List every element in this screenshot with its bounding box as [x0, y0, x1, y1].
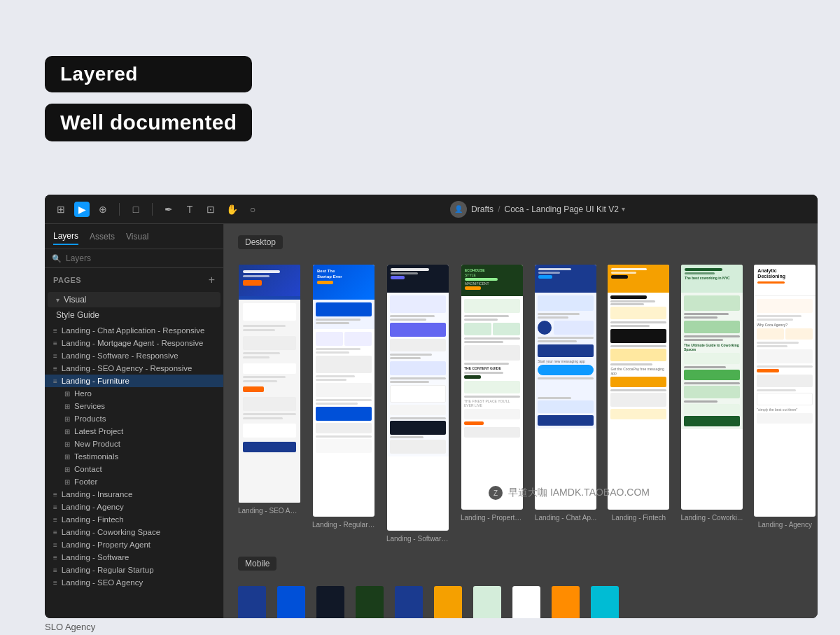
layer-icon: ≡ — [53, 377, 57, 385]
layer-icon: ≡ — [53, 503, 57, 511]
frame-property[interactable]: ECOHOUSE STYLE MAGNIFICENT — [461, 265, 524, 522]
toolbar-breadcrumb: 👤 Drafts / Coca - Landing Page UI Kit V2… — [450, 201, 625, 218]
frame-label: Landing - Fintech — [612, 514, 666, 522]
layer-label: Landing - Software — [62, 553, 130, 561]
watermark: Z 早道大咖 IAMDK.TAOBAO.COM — [489, 486, 650, 500]
layer-seo-agency-responsive[interactable]: ≡ Landing - SEO Agency - Responsive — [45, 362, 223, 375]
layer-label: Products — [74, 414, 106, 423]
tab-visual[interactable]: Visual — [126, 229, 148, 244]
tab-layers[interactable]: Layers — [53, 228, 78, 245]
layer-label: Landing - SEO Agency - Responsive — [62, 364, 192, 372]
layer-icon: ≡ — [53, 516, 57, 524]
page-item-visual[interactable]: ▾ Visual — [48, 292, 220, 307]
layer-latest-project[interactable]: ⊞ Latest Project — [45, 425, 223, 438]
pages-label: Pages — [53, 276, 81, 284]
frame-chat[interactable]: Start your new messaging app Landing - C… — [535, 265, 596, 522]
layer-icon: ≡ — [53, 491, 57, 498]
layered-badge: Layered — [45, 56, 252, 92]
user-avatar[interactable]: 👤 — [450, 201, 467, 218]
layer-label: Footer — [74, 477, 97, 486]
frame-software[interactable]: Landing - Software ... — [386, 265, 449, 543]
toolbar-divider-1 — [119, 203, 120, 216]
search-input[interactable] — [66, 253, 216, 263]
layer-icon: ≡ — [53, 554, 57, 561]
layer-contact[interactable]: ⊞ Contact — [45, 463, 223, 475]
editor-window: ⊞ ▶ ⊕ □ ✒ T ⊡ ✋ ○ 👤 Drafts / Coca - Land… — [45, 195, 818, 618]
layer-products[interactable]: ⊞ Products — [45, 412, 223, 425]
layer-testimonials[interactable]: ⊞ Testimonials — [45, 450, 223, 463]
layer-icon: ≡ — [53, 365, 57, 372]
layer-hero[interactable]: ⊞ Hero — [45, 387, 223, 400]
frame-tool-icon[interactable]: ⊞ — [53, 202, 69, 217]
frame-label: Landing - Property ... — [461, 514, 524, 522]
layer-icon: ≡ — [53, 541, 57, 549]
tab-assets[interactable]: Assets — [90, 229, 115, 244]
pen-tool-icon[interactable]: ✒ — [161, 202, 176, 217]
layer-icon: ⊞ — [64, 390, 70, 398]
layer-furniture[interactable]: ≡ Landing - Furniture — [45, 375, 223, 387]
layer-label: Testimonials — [74, 452, 118, 461]
canvas-area[interactable]: Desktop — [224, 224, 818, 618]
frame-coworking[interactable]: The best coworking in NYC The Ultimate G… — [680, 265, 743, 522]
pages-header: Pages + — [45, 268, 223, 292]
panel-tabs: Layers Assets Visual — [45, 224, 223, 249]
layer-fintech[interactable]: ≡ Landing - Fintech — [45, 513, 223, 526]
layer-seo-agency[interactable]: ≡ Landing - SEO Agency — [45, 576, 223, 589]
frame-agency[interactable]: AnalyticDecisioning Why Coca Agency? — [754, 265, 816, 529]
layer-icon: ⊞ — [64, 466, 70, 473]
layer-chat-application[interactable]: ≡ Landing - Chat Application - Responsiv… — [45, 324, 223, 337]
layer-services[interactable]: ⊞ Services — [45, 400, 223, 412]
layer-insurance[interactable]: ≡ Landing - Insurance — [45, 488, 223, 501]
layer-regular-startup[interactable]: ≡ Landing - Regular Startup — [45, 564, 223, 576]
layer-coworking[interactable]: ≡ Landing - Coworking Space — [45, 526, 223, 538]
search-row: 🔍 — [45, 249, 223, 268]
scale-tool-icon[interactable]: ⊕ — [95, 202, 111, 217]
watermark-logo: Z — [489, 486, 503, 500]
project-name[interactable]: Coca - Landing Page UI Kit V2 ▾ — [504, 204, 624, 214]
frame-fintech[interactable]: Get the CocoaPay free messaging app Land… — [608, 265, 669, 522]
layer-label: Services — [74, 402, 105, 410]
layer-footer[interactable]: ⊞ Footer — [45, 475, 223, 488]
layers-list: ≡ Landing - Chat Application - Responsiv… — [45, 323, 223, 618]
layer-label: Contact — [74, 465, 102, 473]
layer-icon: ≡ — [53, 529, 57, 536]
layer-label: Hero — [74, 389, 92, 398]
documented-badge: Well documented — [45, 104, 252, 141]
frame-label: Landing - Coworki... — [680, 514, 743, 522]
layer-label: Landing - Mortgage Agent - Responsive — [62, 339, 204, 347]
mobile-frames-row — [238, 586, 804, 618]
search-icon: 🔍 — [52, 254, 62, 263]
add-page-button[interactable]: + — [209, 274, 215, 286]
layer-software[interactable]: ≡ Landing - Software — [45, 551, 223, 564]
canvas-content: Desktop — [224, 224, 818, 618]
layer-icon: ≡ — [53, 340, 57, 347]
layer-software-responsive[interactable]: ≡ Landing - Software - Responsive — [45, 349, 223, 362]
frame-regular-startup[interactable]: Best The Startup Ever — [312, 265, 375, 529]
left-panel: Layers Assets Visual 🔍 Pages + ▾ Visual … — [45, 224, 224, 618]
layer-label: Landing - Fintech — [62, 515, 124, 524]
layer-property[interactable]: ≡ Landing - Property Agent — [45, 538, 223, 551]
text-tool-icon[interactable]: T — [182, 202, 197, 217]
style-guide-label: Style Guide — [56, 310, 99, 320]
layer-mortgage-agent[interactable]: ≡ Landing - Mortgage Agent - Responsive — [45, 337, 223, 349]
rectangle-tool-icon[interactable]: □ — [128, 202, 144, 217]
hand-tool-icon[interactable]: ✋ — [224, 202, 239, 217]
layer-agency[interactable]: ≡ Landing - Agency — [45, 501, 223, 513]
layer-icon: ≡ — [53, 566, 57, 574]
slo-agency-text: SLO Agency — [45, 619, 185, 635]
comment-tool-icon[interactable]: ○ — [245, 202, 260, 217]
select-tool-icon[interactable]: ▶ — [74, 202, 90, 217]
desktop-section-label: Desktop — [238, 235, 283, 249]
frame-seo-agency[interactable]: Landing - SEO Age... — [238, 265, 301, 515]
layer-label: Landing - SEO Agency — [62, 578, 143, 587]
toolbar: ⊞ ▶ ⊕ □ ✒ T ⊡ ✋ ○ 👤 Drafts / Coca - Land… — [45, 195, 818, 224]
layer-label: Landing - Furniture — [62, 377, 130, 385]
breadcrumb-separator: / — [498, 204, 500, 214]
layer-label: Landing - Insurance — [62, 490, 133, 498]
page-item-style-guide[interactable]: Style Guide — [48, 307, 220, 323]
layer-icon: ⊞ — [64, 478, 70, 486]
grid-tool-icon[interactable]: ⊡ — [203, 202, 218, 217]
layer-label: Landing - Regular Startup — [62, 566, 154, 574]
layer-new-product[interactable]: ⊞ New Product — [45, 438, 223, 450]
layer-label: Latest Project — [74, 427, 123, 435]
